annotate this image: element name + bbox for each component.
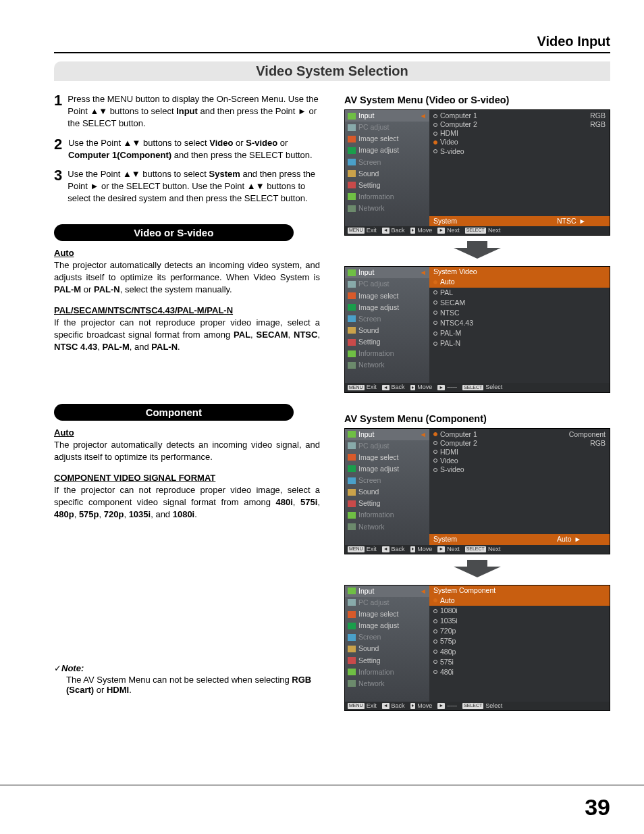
osd-side-label: Image select bbox=[358, 453, 399, 462]
menu-icon bbox=[348, 113, 356, 120]
osd-input-right: RGB bbox=[590, 439, 606, 448]
pill-component: Component bbox=[54, 404, 294, 421]
menu-icon bbox=[348, 269, 356, 276]
menu-icon bbox=[348, 350, 356, 357]
radio-icon bbox=[433, 459, 437, 463]
menu-icon bbox=[348, 646, 356, 652]
osd-screenshot-3: Input◄PC adjustImage selectImage adjustS… bbox=[344, 428, 610, 554]
osd-side-item: Image adjust bbox=[345, 302, 429, 313]
auto-para-1: The projector automatically detects an i… bbox=[54, 259, 320, 296]
menu-icon bbox=[348, 623, 356, 629]
osd-side-item: Image select bbox=[345, 133, 429, 145]
osd-side-item: Input◄ bbox=[345, 267, 429, 278]
osd-system-bar: SystemNTSC ► bbox=[429, 216, 610, 226]
osd-side-item: Image adjust bbox=[345, 620, 429, 631]
osd-foot-item: SELECTSelect bbox=[462, 702, 502, 710]
step-text: Press the MENU button to display the On-… bbox=[68, 93, 320, 130]
svg-marker-0 bbox=[454, 241, 501, 259]
osd-side-label: Input bbox=[358, 111, 374, 120]
osd-side-item: Information bbox=[345, 509, 429, 521]
svg-marker-1 bbox=[454, 560, 501, 577]
osd-input-right: Component bbox=[569, 430, 606, 439]
osd-system-row: NTSC4.43 bbox=[433, 318, 606, 328]
radio-icon bbox=[433, 609, 437, 613]
osd-foot-item: MENUExit bbox=[348, 384, 377, 391]
menu-icon bbox=[348, 315, 356, 322]
osd-foot-item: ◄Back bbox=[382, 546, 405, 553]
osd-side-item: Input◄ bbox=[345, 585, 429, 597]
osd-side-label: Information bbox=[358, 192, 394, 201]
osd-side-item: Input◄ bbox=[345, 110, 429, 122]
osd3-title: AV System Menu (Component) bbox=[344, 413, 610, 424]
menu-icon bbox=[348, 136, 356, 142]
radio-icon bbox=[433, 321, 437, 325]
osd-side-label: Information bbox=[358, 668, 394, 677]
menu-icon bbox=[348, 193, 356, 200]
osd-system-row: Auto bbox=[429, 277, 610, 287]
osd-system-name: PAL bbox=[440, 288, 453, 297]
osd-sidebar: Input◄PC adjustImage selectImage adjustS… bbox=[345, 110, 429, 226]
osd-side-item: Information bbox=[345, 667, 429, 678]
osd-foot-item: SELECTNext bbox=[465, 546, 501, 553]
osd-screenshot-2: Input◄PC adjustImage selectImage adjustS… bbox=[344, 266, 610, 392]
menu-icon bbox=[348, 304, 356, 311]
osd-system-label: System bbox=[429, 216, 553, 226]
osd-side-label: PC adjust bbox=[358, 442, 390, 450]
osd-panel: Input◄PC adjustImage selectImage adjustS… bbox=[344, 585, 610, 711]
osd-system-name: 1035i bbox=[440, 617, 458, 625]
osd-input-name: Video bbox=[440, 138, 458, 147]
radio-icon bbox=[433, 450, 437, 454]
osd-foot-item: MENUExit bbox=[348, 702, 377, 710]
radio-icon bbox=[433, 441, 437, 445]
osd-side-label: Input bbox=[358, 268, 374, 277]
step-number: 3 bbox=[54, 168, 62, 205]
osd-side-label: Screen bbox=[358, 633, 381, 642]
step: 1Press the MENU button to display the On… bbox=[54, 93, 320, 130]
osd-side-item: Screen bbox=[345, 157, 429, 168]
osd-side-label: Sound bbox=[358, 326, 379, 335]
osd-side-label: Sound bbox=[358, 488, 379, 496]
osd-foot-item: ►Next bbox=[437, 546, 459, 553]
auto-para-2: The projector automatically detects an i… bbox=[54, 439, 320, 463]
osd-side-label: Network bbox=[358, 361, 385, 369]
note-text: The AV System Menu can not be selected w… bbox=[54, 675, 320, 695]
osd-foot-item: ►Next bbox=[437, 227, 459, 234]
osd-side-item: Screen bbox=[345, 631, 429, 643]
osd-side-label: Image adjust bbox=[358, 465, 399, 473]
osd-input-row: Computer 1RGB bbox=[433, 111, 606, 120]
menu-icon bbox=[348, 362, 356, 369]
osd-side-item: PC adjust bbox=[345, 278, 429, 290]
osd-side-label: Setting bbox=[358, 656, 381, 665]
osd-side-item: Image adjust bbox=[345, 463, 429, 475]
osd-side-label: Setting bbox=[358, 499, 381, 508]
chevron-left-icon: ◄ bbox=[420, 268, 427, 277]
chevron-left-icon: ◄ bbox=[420, 587, 427, 596]
osd-system-row: 1080i bbox=[433, 606, 606, 616]
note-block: ✓Note: The AV System Menu can not be sel… bbox=[54, 663, 320, 695]
osd-system-row: NTSC bbox=[433, 308, 606, 318]
osd-input-row: Video bbox=[433, 138, 606, 147]
osd-side-label: Network bbox=[358, 523, 385, 531]
osd-system-row: 480p bbox=[433, 647, 606, 657]
osd-input-name: Video bbox=[440, 457, 458, 465]
step: 3Use the Point ▲▼ buttons to select Syst… bbox=[54, 168, 320, 205]
osd-side-label: Setting bbox=[358, 181, 381, 190]
radio-icon bbox=[433, 670, 437, 674]
osd-side-item: Setting bbox=[345, 336, 429, 348]
menu-icon bbox=[348, 512, 356, 519]
menu-icon bbox=[348, 205, 356, 212]
osd-side-label: Screen bbox=[358, 476, 381, 485]
radio-icon bbox=[433, 132, 437, 136]
osd-system-label: System bbox=[429, 534, 553, 544]
osd1-title: AV System Menu (Video or S-video) bbox=[344, 95, 610, 105]
osd-side-label: Image select bbox=[358, 610, 399, 619]
osd-foot-item: ►----- bbox=[437, 384, 457, 391]
format-para-2: If the projector can not reproduce prope… bbox=[54, 484, 320, 521]
radio-icon bbox=[433, 140, 437, 145]
osd-system-name: 480i bbox=[440, 668, 454, 677]
osd-system-row: Auto bbox=[429, 596, 610, 606]
osd-foot-item: ◄Back bbox=[382, 702, 405, 710]
osd-side-label: Sound bbox=[358, 644, 379, 653]
osd-footer: MENUExit◄Back♦Move►NextSELECTNext bbox=[345, 545, 610, 554]
osd-side-item: Screen bbox=[345, 313, 429, 325]
